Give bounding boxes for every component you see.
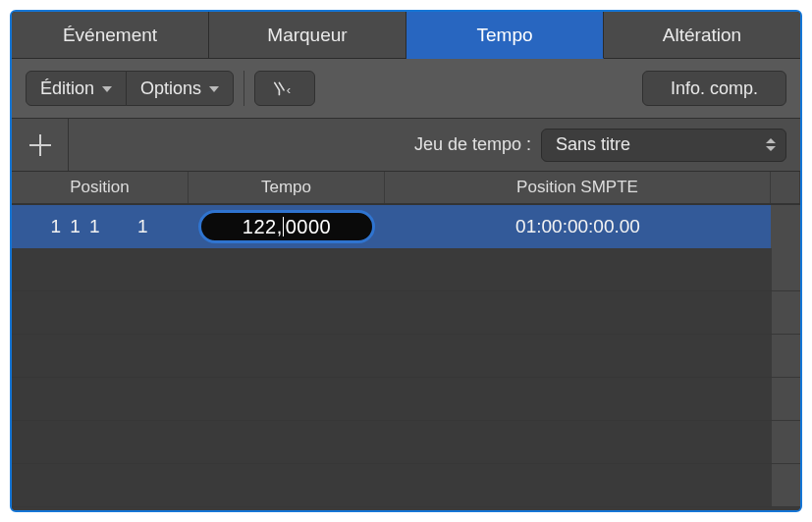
edit-options-group: Édition Options [26,71,234,106]
toolbar-separator [244,71,244,106]
column-header-smpte[interactable]: Position SMPTE [385,172,771,203]
empty-rows [12,248,800,507]
filter-button[interactable]: ‹ [254,71,315,106]
tempo-edit-field[interactable]: 122,0000 [198,210,375,243]
tab-tempo[interactable]: Tempo [406,12,604,59]
tab-marker[interactable]: Marqueur [209,12,406,59]
composition-info-label: Info. comp. [671,78,758,99]
tempo-decimal-part: 0000 [284,216,332,238]
options-menu-label: Options [140,78,201,99]
column-header-position[interactable]: Position [12,172,189,203]
tempo-list-window: Événement Marqueur Tempo Altération Édit… [10,10,802,512]
edit-menu-button[interactable]: Édition [26,71,127,106]
filter-icon: ‹ [271,79,298,97]
table-header: Position Tempo Position SMPTE [12,172,800,205]
table-row[interactable]: 1 1 1 1 122,0000 01:00:00:00.00 [12,205,800,248]
toolbar: Édition Options ‹ Info. comp. [12,59,800,119]
tempo-set-label: Jeu de tempo : [414,134,531,155]
edit-menu-label: Édition [40,78,94,99]
svg-text:‹: ‹ [287,82,292,97]
cell-smpte[interactable]: 01:00:00:00.00 [385,205,771,248]
column-header-scroll [771,172,800,203]
options-menu-button[interactable]: Options [126,71,234,106]
add-event-button[interactable] [12,119,69,171]
cell-scroll-gutter [771,205,800,248]
tempo-integer-part: 122 [243,216,277,238]
sub-toolbar: Jeu de tempo : Sans titre [12,119,800,172]
column-header-tempo[interactable]: Tempo [189,172,385,203]
cell-tempo[interactable]: 122,0000 [189,205,385,248]
stepper-icon [766,138,776,151]
table-body[interactable]: 1 1 1 1 122,0000 01:00:00:00.00 [12,205,800,510]
tempo-set-value: Sans titre [556,134,630,155]
tab-event[interactable]: Événement [12,12,209,59]
composition-info-button[interactable]: Info. comp. [642,71,786,106]
cell-position[interactable]: 1 1 1 1 [12,205,189,248]
chevron-down-icon [102,86,112,92]
chevron-down-icon [209,86,219,92]
tab-signature[interactable]: Altération [604,12,800,59]
tempo-set-select[interactable]: Sans titre [541,129,786,162]
plus-icon [29,134,51,156]
tab-bar: Événement Marqueur Tempo Altération [12,12,800,59]
